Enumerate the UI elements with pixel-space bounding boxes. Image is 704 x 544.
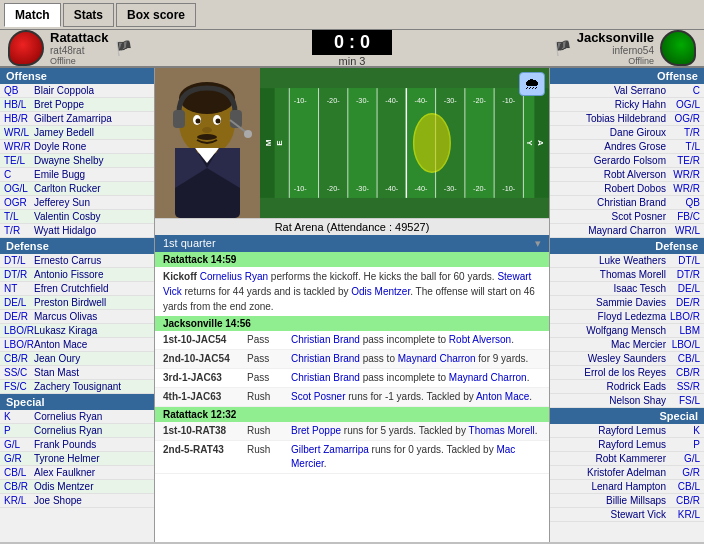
player-name[interactable]: Wyatt Hidalgo bbox=[34, 225, 96, 236]
player-name[interactable]: Marcus Olivas bbox=[34, 311, 97, 322]
tab-match[interactable]: Match bbox=[4, 3, 61, 27]
player-name[interactable]: Dane Giroux bbox=[610, 127, 666, 138]
player-link[interactable]: Bret Poppe bbox=[291, 425, 341, 436]
player-name[interactable]: Tobias Hildebrand bbox=[586, 113, 666, 124]
player-name[interactable]: Odis Mentzer bbox=[34, 481, 93, 492]
list-item: CB/ROdis Mentzer bbox=[0, 480, 154, 494]
player-link[interactable]: Scot Posner bbox=[291, 391, 345, 402]
player-name[interactable]: Stan Mast bbox=[34, 367, 79, 378]
player-name[interactable]: Maynard Charron bbox=[588, 225, 666, 236]
player-name[interactable]: Jean Oury bbox=[34, 353, 80, 364]
right-defense-header: Defense bbox=[550, 238, 704, 254]
play-down: 4th-1-JAC63 bbox=[163, 390, 243, 404]
position-badge: G/R bbox=[670, 467, 700, 478]
player-name[interactable]: Robt Kammerer bbox=[595, 453, 666, 464]
player-name[interactable]: Cornelius Ryan bbox=[34, 425, 102, 436]
list-item: Luke WeathersDT/L bbox=[550, 254, 704, 268]
player-name[interactable]: Luke Weathers bbox=[599, 255, 666, 266]
player-link[interactable]: Christian Brand bbox=[291, 372, 360, 383]
player-name[interactable]: Valentin Cosby bbox=[34, 211, 101, 222]
play-type: Pass bbox=[247, 371, 287, 385]
player-name[interactable]: Mac Mercier bbox=[611, 339, 666, 350]
player-name[interactable]: Val Serrano bbox=[614, 85, 666, 96]
right-offense-header: Offense bbox=[550, 68, 704, 84]
player-name[interactable]: Gilbert Zamarripa bbox=[34, 113, 112, 124]
player-name[interactable]: Efren Crutchfield bbox=[34, 283, 108, 294]
play-down: 1st-10-JAC54 bbox=[163, 333, 243, 347]
player-name[interactable]: Zachery Tousignant bbox=[34, 381, 121, 392]
player-name[interactable]: Wolfgang Mensch bbox=[586, 325, 666, 336]
player-name[interactable]: Robt Alverson bbox=[604, 169, 666, 180]
list-item: G/RTyrone Helmer bbox=[0, 452, 154, 466]
expand-button[interactable]: ▾ bbox=[535, 237, 541, 250]
player-name[interactable]: Billie Millsaps bbox=[606, 495, 666, 506]
player-name[interactable]: Blair Coppola bbox=[34, 85, 94, 96]
player-name[interactable]: Tyrone Helmer bbox=[34, 453, 100, 464]
list-item: Nelson ShayFS/L bbox=[550, 394, 704, 408]
player-name[interactable]: Wesley Saunders bbox=[588, 353, 666, 364]
player-name[interactable]: Cornelius Ryan bbox=[34, 411, 102, 422]
player-name[interactable]: Antonio Fissore bbox=[34, 269, 103, 280]
list-item: Gerardo FolsomTE/R bbox=[550, 154, 704, 168]
player-name[interactable]: Isaac Tesch bbox=[613, 283, 666, 294]
list-item: Robert DobosWR/R bbox=[550, 182, 704, 196]
player-name[interactable]: Scot Posner bbox=[612, 211, 666, 222]
player-link[interactable]: Anton Mace bbox=[476, 391, 529, 402]
player-name[interactable]: Ricky Hahn bbox=[615, 99, 666, 110]
player-name[interactable]: Errol de los Reyes bbox=[584, 367, 666, 378]
left-team: Ratattack rat48rat Offline 🏴 bbox=[8, 30, 292, 66]
player-name[interactable]: Kristofer Adelman bbox=[587, 467, 666, 478]
player-name[interactable]: Doyle Rone bbox=[34, 141, 86, 152]
player-link[interactable]: Christian Brand bbox=[291, 353, 360, 364]
list-item: WR/RDoyle Rone bbox=[0, 140, 154, 154]
player-name[interactable]: Robert Dobos bbox=[604, 183, 666, 194]
player-name[interactable]: Thomas Morell bbox=[600, 269, 666, 280]
player-link[interactable]: Christian Brand bbox=[291, 334, 360, 345]
position-badge: G/R bbox=[4, 453, 34, 464]
player-name[interactable]: Andres Grose bbox=[604, 141, 666, 152]
player-name[interactable]: Ernesto Carrus bbox=[34, 255, 101, 266]
player-link[interactable]: Cornelius Ryan bbox=[200, 271, 268, 282]
player-link[interactable]: Odis Mentzer bbox=[351, 286, 410, 297]
player-name[interactable]: Joe Shope bbox=[34, 495, 82, 506]
list-item: KR/LJoe Shope bbox=[0, 494, 154, 508]
player-name[interactable]: Stewart Vick bbox=[611, 509, 666, 520]
player-name[interactable]: Carlton Rucker bbox=[34, 183, 101, 194]
player-name[interactable]: Floyd Ledezma bbox=[598, 311, 666, 322]
player-name[interactable]: Sammie Davies bbox=[596, 297, 666, 308]
player-name[interactable]: Nelson Shay bbox=[609, 395, 666, 406]
player-name[interactable]: Emile Bugg bbox=[34, 169, 85, 180]
player-name[interactable]: Rayford Lemus bbox=[598, 439, 666, 450]
player-link[interactable]: Maynard Charron bbox=[449, 372, 527, 383]
player-name[interactable]: Rodrick Eads bbox=[607, 381, 666, 392]
svg-point-55 bbox=[414, 114, 451, 173]
position-badge: G/L bbox=[670, 453, 700, 464]
svg-text:-10-: -10- bbox=[502, 184, 516, 193]
play-log[interactable]: 1st quarter▾Ratattack 14:59Kickoff Corne… bbox=[155, 235, 549, 542]
position-badge: FB/C bbox=[670, 211, 700, 222]
player-name[interactable]: Jamey Bedell bbox=[34, 127, 94, 138]
player-link[interactable]: Thomas Morell bbox=[469, 425, 535, 436]
player-name[interactable]: Gerardo Folsom bbox=[594, 155, 666, 166]
tab-box-score[interactable]: Box score bbox=[116, 3, 196, 27]
player-name[interactable]: Frank Pounds bbox=[34, 439, 96, 450]
player-name[interactable]: Lukasz Kiraga bbox=[34, 325, 97, 336]
player-name[interactable]: Preston Birdwell bbox=[34, 297, 106, 308]
position-badge: LBO/R bbox=[4, 325, 34, 336]
play-type: Pass bbox=[247, 333, 287, 347]
tab-stats[interactable]: Stats bbox=[63, 3, 114, 27]
right-defense-roster: Luke WeathersDT/LThomas MorellDT/RIsaac … bbox=[550, 254, 704, 408]
player-name[interactable]: Rayford Lemus bbox=[598, 425, 666, 436]
player-name[interactable]: Dwayne Shelby bbox=[34, 155, 103, 166]
position-badge: LBM bbox=[670, 325, 700, 336]
player-name[interactable]: Jefferey Sun bbox=[34, 197, 90, 208]
position-badge: QB bbox=[4, 85, 34, 96]
player-link[interactable]: Maynard Charron bbox=[398, 353, 476, 364]
player-name[interactable]: Christian Brand bbox=[597, 197, 666, 208]
player-link[interactable]: Robt Alverson bbox=[449, 334, 511, 345]
player-name[interactable]: Alex Faulkner bbox=[34, 467, 95, 478]
player-name[interactable]: Lenard Hampton bbox=[592, 481, 667, 492]
player-name[interactable]: Anton Mace bbox=[34, 339, 87, 350]
player-name[interactable]: Bret Poppe bbox=[34, 99, 84, 110]
player-link[interactable]: Gilbert Zamarripa bbox=[291, 444, 369, 455]
